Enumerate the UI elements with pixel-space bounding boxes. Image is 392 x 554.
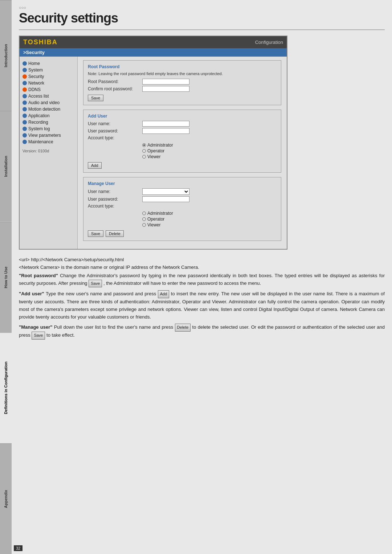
- nav-label: >Security: [23, 50, 45, 55]
- main-content: ○○○ Security settings TOSHIBA Configurat…: [12, 0, 392, 554]
- add-user-desc: "Add user" Type the new user's name and …: [19, 290, 385, 321]
- sidebar-item-maintenance[interactable]: Maintenance: [23, 139, 74, 145]
- radio-admin-icon: [142, 143, 146, 147]
- sidebar-label-syslog: System log: [28, 126, 50, 131]
- nav-list: Home System Security Network DDNS Access…: [23, 60, 74, 145]
- root-password-save-button[interactable]: Save: [88, 95, 103, 101]
- nav-dot-ddns: [23, 87, 27, 92]
- manage-user-radio-group: Administrator Operator Viewer: [142, 211, 277, 227]
- radio-viewer-icon: [142, 155, 146, 159]
- sidebar-label-audio: Audio and video: [28, 100, 60, 105]
- nav-dot-viewparams: [23, 133, 27, 138]
- sidebar-label-access: Access list: [28, 94, 49, 99]
- add-user-title: Add User: [88, 114, 277, 119]
- manage-radio-viewer-icon: [142, 223, 146, 227]
- sidebar-item-recording[interactable]: Recording: [23, 119, 74, 126]
- radio-operator-icon: [142, 149, 146, 153]
- manage-radio-viewer-label: Viewer: [147, 222, 160, 227]
- manage-user-title: Manage User: [88, 181, 277, 186]
- sidebar-item-home[interactable]: Home: [23, 60, 74, 67]
- manage-user-body1: Pull down the user list to find the user…: [54, 325, 175, 330]
- confirm-password-label: Confirm root password:: [88, 86, 142, 91]
- add-radio-viewer[interactable]: Viewer: [142, 154, 277, 159]
- sidebar-label-viewparams: View parameters: [28, 133, 61, 138]
- nav-dot-security: [23, 74, 27, 79]
- manage-user-save-button[interactable]: Save: [88, 230, 103, 237]
- description-area: <url> http://<Network Camera>/setup/secu…: [19, 257, 385, 340]
- sidebar-item-security[interactable]: Security: [23, 73, 74, 80]
- root-password-row: Root Password:: [88, 79, 277, 85]
- add-user-button[interactable]: Add: [88, 162, 102, 169]
- panel-body: Home System Security Network DDNS Access…: [20, 57, 287, 249]
- sidebar-label-ddns: DDNS: [28, 87, 41, 92]
- add-user-name-input[interactable]: [142, 121, 189, 127]
- manage-user-body3: to take effect.: [46, 332, 75, 338]
- url-line2: <Network Camera> is the domain name or o…: [19, 264, 385, 270]
- manage-user-name-select[interactable]: [142, 188, 189, 195]
- save-inline-btn: Save: [89, 280, 102, 288]
- add-inline-btn: Add: [158, 290, 170, 298]
- manage-user-desc: "Manage user" Pull down the user list to…: [19, 324, 385, 339]
- nav-dot-app: [23, 114, 27, 118]
- tab-how-to-use[interactable]: How to Use: [0, 222, 12, 332]
- camera-panel: TOSHIBA Configuration >Security Home Sys…: [19, 36, 287, 250]
- confirm-password-row: Confirm root password:: [88, 86, 277, 92]
- manage-radio-operator[interactable]: Operator: [142, 217, 277, 222]
- add-user-password-row: User password:: [88, 128, 277, 134]
- sidebar-item-access-list[interactable]: Access list: [23, 93, 74, 99]
- root-password-note: Note: Leaving the root password field em…: [88, 71, 277, 76]
- sidebar-label-security: Security: [28, 74, 44, 79]
- add-user-password-label: User password:: [88, 128, 142, 134]
- root-password-section: Root Password Note: Leaving the root pas…: [83, 60, 281, 105]
- manage-radio-admin[interactable]: Administrator: [142, 211, 277, 216]
- add-user-name-row: User name:: [88, 121, 277, 127]
- nav-dot-syslog: [23, 127, 27, 131]
- manage-radio-admin-icon: [142, 212, 146, 215]
- manage-radio-viewer[interactable]: Viewer: [142, 222, 277, 227]
- sidebar-label-maint: Maintenance: [28, 139, 53, 144]
- sidebar-item-system[interactable]: System: [23, 67, 74, 73]
- sidebar-item-ddns[interactable]: DDNS: [23, 86, 74, 93]
- root-password-heading: "Root password": [19, 273, 58, 278]
- nav-dot-network: [23, 81, 27, 85]
- add-user-password-input[interactable]: [142, 128, 189, 134]
- sidebar-label-motion: Motion detection: [28, 107, 60, 112]
- sidebar-item-audio-video[interactable]: Audio and video: [23, 99, 74, 106]
- tab-definitions[interactable]: Definitions in Configuration: [0, 332, 12, 443]
- sidebar-item-syslog[interactable]: System log: [23, 126, 74, 132]
- delete-inline-btn: Delete: [175, 324, 191, 332]
- nav-dot-maint: [23, 140, 27, 144]
- sidebar-label-rec: Recording: [28, 120, 48, 125]
- manage-user-password-input[interactable]: [142, 196, 189, 202]
- manage-user-name-row: User name:: [88, 188, 277, 195]
- sidebar-nav: Home System Security Network DDNS Access…: [20, 57, 78, 249]
- manage-radio-admin-label: Administrator: [147, 211, 173, 216]
- tab-appendix[interactable]: Appendix: [0, 443, 12, 554]
- root-password-title: Root Password: [88, 64, 277, 69]
- manage-user-account-row: Account type:: [88, 204, 277, 209]
- add-radio-operator[interactable]: Operator: [142, 148, 277, 153]
- manage-user-delete-button[interactable]: Delete: [106, 230, 124, 237]
- confirm-password-input[interactable]: [142, 86, 189, 92]
- nav-dot-home: [23, 61, 27, 66]
- sidebar-item-motion[interactable]: Motion detection: [23, 106, 74, 112]
- left-tabs: Introduction Installation How to Use Def…: [0, 0, 12, 554]
- version-text: Version: 0100d: [23, 149, 74, 153]
- sidebar-item-application[interactable]: Application: [23, 112, 74, 119]
- sidebar-item-network[interactable]: Network: [23, 80, 74, 86]
- panel-main-content: Root Password Note: Leaving the root pas…: [78, 57, 287, 249]
- sidebar-label-app: Application: [28, 113, 50, 118]
- toshiba-config: Configuration: [255, 40, 283, 45]
- add-user-radio-group: Administrator Operator Viewer: [142, 143, 277, 159]
- toshiba-logo: TOSHIBA: [23, 38, 58, 46]
- sidebar-label-system: System: [28, 67, 43, 73]
- add-radio-admin[interactable]: Administrator: [142, 143, 277, 148]
- radio-operator-label: Operator: [147, 148, 164, 153]
- tab-introduction[interactable]: Introduction: [0, 0, 12, 111]
- url-line1: <url> http://<Network Camera>/setup/secu…: [19, 257, 385, 262]
- root-password-input[interactable]: [142, 79, 189, 85]
- sidebar-item-viewparams[interactable]: View parameters: [23, 132, 74, 139]
- root-password-body2: , the Administrator will have to enter t…: [103, 280, 261, 286]
- tab-installation[interactable]: Installation: [0, 111, 12, 221]
- toshiba-header: TOSHIBA Configuration: [20, 36, 287, 48]
